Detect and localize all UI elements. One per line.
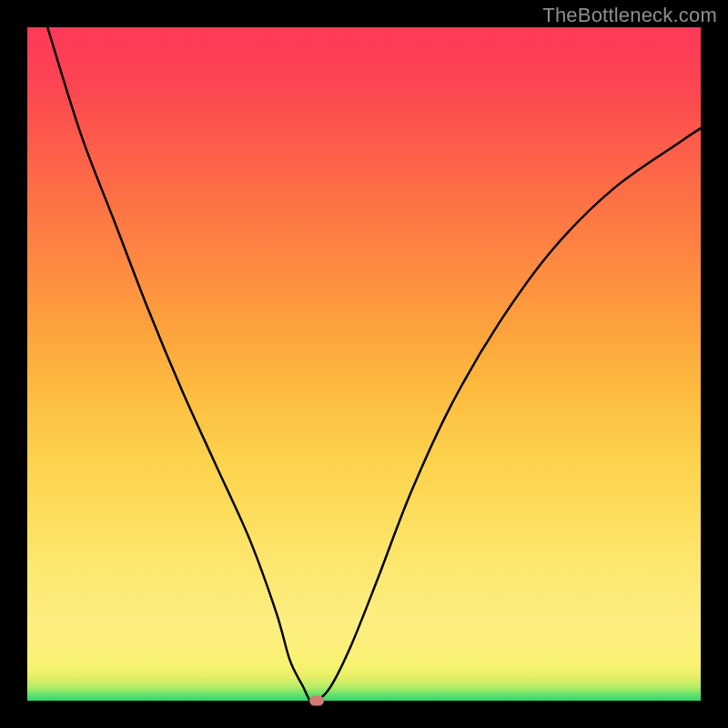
- curve-svg: [27, 27, 701, 701]
- watermark-text: TheBottleneck.com: [542, 4, 717, 27]
- chart-frame: TheBottleneck.com: [0, 0, 728, 728]
- bottleneck-curve: [47, 27, 701, 701]
- plot-area: [27, 27, 701, 701]
- minimum-marker: [309, 696, 324, 706]
